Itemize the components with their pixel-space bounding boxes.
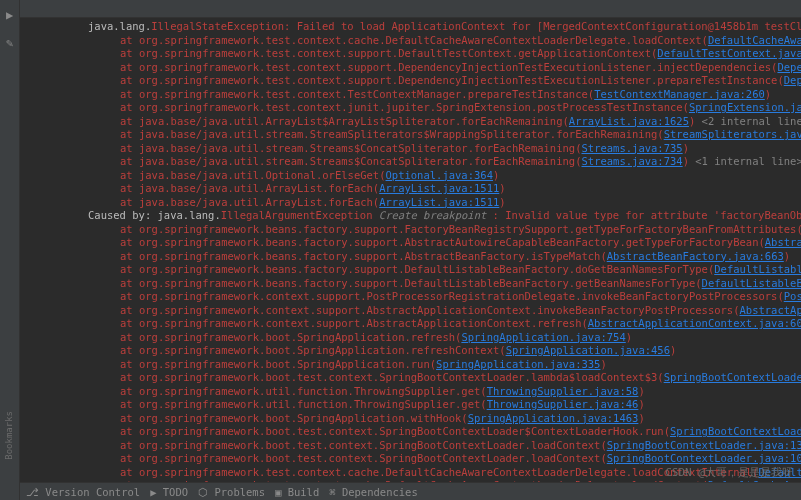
internal-lines: <2 internal lines> — [702, 115, 801, 127]
stack-frame: at org.springframework.test.context.supp… — [20, 74, 801, 88]
source-link[interactable]: SpringBootContextLoader.java:137 — [664, 371, 801, 383]
watermark-text: CSDN @大哥，是是是我呀 — [665, 465, 793, 480]
source-link[interactable]: AbstractAutowireCapableBeanFactory.java:… — [765, 236, 801, 248]
stack-frame: at org.springframework.context.support.A… — [20, 317, 801, 331]
exception-msg: : Failed to load ApplicationContext for … — [284, 20, 801, 32]
build-tool[interactable]: ▣ Build — [275, 486, 319, 498]
exception-pkg: java.lang. — [88, 20, 151, 32]
source-link[interactable]: AbstractBeanFactory.java:663 — [607, 250, 784, 262]
source-link[interactable]: DependencyInjectionTestExecutionListener… — [777, 61, 801, 73]
stack-frame: at java.base/java.util.stream.Streams$Co… — [20, 155, 801, 169]
stack-frame: at org.springframework.boot.SpringApplic… — [20, 412, 801, 426]
stack-frame: at org.springframework.boot.test.context… — [20, 425, 801, 439]
stack-frame: at org.springframework.test.context.juni… — [20, 101, 801, 115]
stack-frame: at org.springframework.beans.factory.sup… — [20, 236, 801, 250]
source-link[interactable]: ArrayList.java:1511 — [379, 182, 499, 194]
stack-frame: at org.springframework.context.support.A… — [20, 304, 801, 318]
source-link[interactable]: SpringBootContextLoader.java:137 — [607, 439, 801, 451]
source-link[interactable]: SpringApplication.java:1463 — [468, 412, 639, 424]
source-link[interactable]: SpringBootContextLoader.java:553 — [670, 425, 801, 437]
stack-frame: at org.springframework.boot.test.context… — [20, 371, 801, 385]
stack-frame: at org.springframework.boot.SpringApplic… — [20, 358, 801, 372]
deps-tool[interactable]: ⌘ Dependencies — [329, 486, 418, 498]
source-link[interactable]: SpringApplication.java:754 — [461, 331, 625, 343]
source-link[interactable]: DefaultListableBeanFactory.java:575 — [714, 263, 801, 275]
stack-frame: at java.base/java.util.ArrayList.forEach… — [20, 182, 801, 196]
caused-by-class[interactable]: IllegalArgumentException — [221, 209, 373, 221]
source-link[interactable]: Optional.java:364 — [386, 169, 493, 181]
source-link[interactable]: DefaultListableBeanFactory.java:534 — [702, 277, 801, 289]
stack-frame: at org.springframework.test.context.cach… — [20, 34, 801, 48]
stack-frame: at org.springframework.boot.test.context… — [20, 452, 801, 466]
source-link[interactable]: SpringExtension.java:163 — [689, 101, 801, 113]
stack-frame: at org.springframework.beans.factory.sup… — [20, 277, 801, 291]
todo-tool[interactable]: ▶ TODO — [150, 486, 188, 498]
status-bar: ⎇ Version Control ▶ TODO ⬡ Problems ▣ Bu… — [20, 482, 801, 500]
source-link[interactable]: ArrayList.java:1625 — [569, 115, 689, 127]
edit-icon[interactable]: ✎ — [6, 36, 13, 50]
stack-frame: at java.base/java.util.stream.StreamSpli… — [20, 128, 801, 142]
stack-frame: at java.base/java.util.Optional.orElseGe… — [20, 169, 801, 183]
caused-by-msg: : Invalid value type for attribute 'fact… — [493, 209, 801, 221]
stack-frame: at org.springframework.test.context.supp… — [20, 61, 801, 75]
source-link[interactable]: DependencyInjectionTestExecutionListener… — [784, 74, 801, 86]
stack-frame: at org.springframework.beans.factory.sup… — [20, 223, 801, 237]
stack-frame: at org.springframework.boot.SpringApplic… — [20, 331, 801, 345]
source-link[interactable]: SpringApplication.java:456 — [506, 344, 670, 356]
internal-lines: <1 internal line> — [695, 155, 801, 167]
source-link[interactable]: Streams.java:735 — [581, 142, 682, 154]
create-breakpoint-link[interactable]: Create breakpoint — [372, 209, 492, 221]
source-link[interactable]: AbstractApplicationContext.java:606 — [588, 317, 801, 329]
run-icon[interactable]: ▶ — [6, 8, 13, 22]
stack-frame: at org.springframework.context.support.P… — [20, 290, 801, 304]
stack-frame: at org.springframework.test.context.supp… — [20, 47, 801, 61]
stack-frame: at java.base/java.util.stream.Streams$Co… — [20, 142, 801, 156]
source-link[interactable]: ThrowingSupplier.java:58 — [487, 385, 639, 397]
stack-frame: at org.springframework.util.function.Thr… — [20, 398, 801, 412]
source-link[interactable]: StreamSpliterators.java:310 — [664, 128, 801, 140]
source-link[interactable]: AbstractApplicationContext.java:788 — [740, 304, 801, 316]
source-link[interactable]: ThrowingSupplier.java:46 — [487, 398, 639, 410]
source-link[interactable]: DefaultCacheAwareContextLoaderDelegate.j… — [708, 34, 801, 46]
source-link[interactable]: PostProcessorRegistrationDelegate.java:1… — [784, 290, 801, 302]
bookmarks-tab[interactable]: Bookmarks — [4, 411, 14, 460]
stack-frame: at java.base/java.util.ArrayList$ArrayLi… — [20, 115, 801, 129]
source-link[interactable]: TestContextManager.java:260 — [594, 88, 765, 100]
stack-frame: at java.base/java.util.ArrayList.forEach… — [20, 196, 801, 210]
stack-frame: at org.springframework.test.context.Test… — [20, 88, 801, 102]
stack-frame: at org.springframework.util.function.Thr… — [20, 385, 801, 399]
exception-class[interactable]: IllegalStateException — [151, 20, 284, 32]
console-tab-bar — [20, 0, 801, 18]
source-link[interactable]: Streams.java:734 — [581, 155, 682, 167]
problems-tool[interactable]: ⬡ Problems — [198, 486, 265, 498]
source-link[interactable]: SpringApplication.java:335 — [436, 358, 600, 370]
source-link[interactable]: SpringBootContextLoader.java:108 — [607, 452, 801, 464]
stack-frame: at org.springframework.beans.factory.sup… — [20, 263, 801, 277]
caused-by-pkg: Caused by: java.lang. — [88, 209, 221, 221]
stack-frame: at org.springframework.beans.factory.sup… — [20, 250, 801, 264]
vcs-tool[interactable]: ⎇ Version Control — [26, 486, 140, 498]
console-output[interactable]: java.lang.IllegalStateException: Failed … — [20, 18, 801, 482]
source-link[interactable]: DefaultTestContext.java:130 — [657, 47, 801, 59]
stack-frame: at org.springframework.boot.test.context… — [20, 439, 801, 453]
stack-frame: at org.springframework.boot.SpringApplic… — [20, 344, 801, 358]
source-link[interactable]: ArrayList.java:1511 — [379, 196, 499, 208]
